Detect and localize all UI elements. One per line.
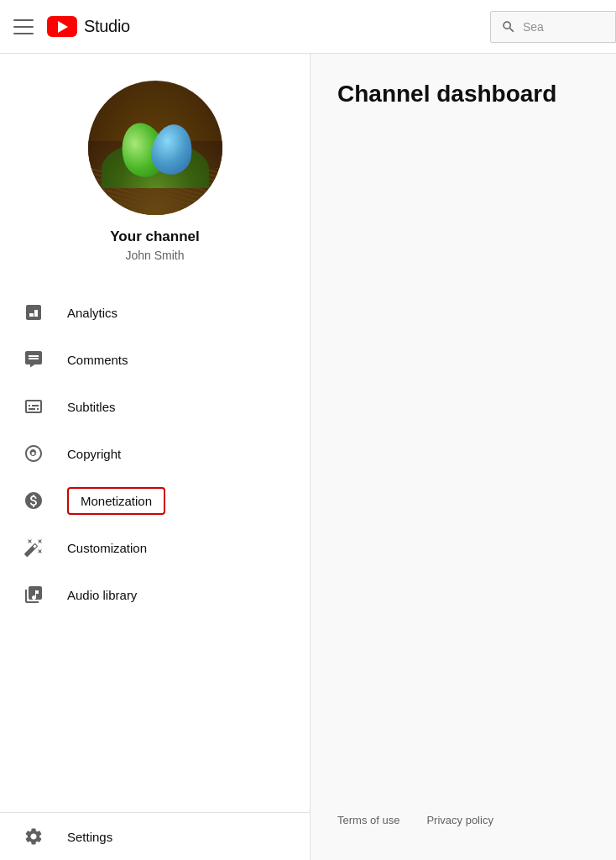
header-left: Studio (13, 16, 130, 37)
audio-library-icon (20, 581, 47, 608)
privacy-policy-link[interactable]: Privacy policy (426, 814, 493, 826)
settings-section: Settings (0, 812, 310, 860)
logo-area: Studio (47, 16, 130, 37)
audio-library-label: Audio library (67, 588, 137, 602)
sidebar-item-copyright[interactable]: Copyright (0, 430, 310, 477)
nav-items: Analytics Comments Subtitles (0, 282, 310, 812)
sidebar: Your channel John Smith Analytics (0, 54, 311, 860)
search-placeholder-text: Sea (523, 20, 544, 34)
settings-label: Settings (67, 830, 112, 844)
search-box[interactable]: Sea (490, 11, 616, 43)
sidebar-item-settings[interactable]: Settings (0, 813, 310, 860)
copyright-label: Copyright (67, 447, 121, 461)
monetization-icon (20, 487, 47, 514)
youtube-play-icon (58, 21, 68, 33)
sidebar-item-analytics[interactable]: Analytics (0, 289, 310, 336)
channel-handle-text: John Smith (125, 249, 184, 262)
header: Studio Sea (0, 0, 616, 54)
search-icon (501, 19, 516, 34)
terms-of-use-link[interactable]: Terms of use (337, 814, 399, 826)
studio-brand-text: Studio (84, 17, 130, 36)
subtitles-icon (20, 393, 47, 420)
channel-name-text: Your channel (110, 228, 199, 245)
sidebar-item-comments[interactable]: Comments (0, 336, 310, 383)
customization-icon (20, 534, 47, 561)
settings-icon (20, 823, 47, 850)
sidebar-item-subtitles[interactable]: Subtitles (0, 383, 310, 430)
copyright-icon (20, 440, 47, 467)
subtitles-label: Subtitles (67, 400, 116, 414)
sidebar-item-customization[interactable]: Customization (0, 524, 310, 571)
hamburger-menu-icon[interactable] (13, 17, 34, 37)
monetization-label: Monetization (67, 487, 165, 515)
comments-icon (20, 346, 47, 373)
main-layout: Your channel John Smith Analytics (0, 54, 616, 860)
avatar-image (88, 81, 222, 215)
analytics-icon (20, 299, 47, 326)
analytics-label: Analytics (67, 306, 117, 320)
sidebar-item-audio-library[interactable]: Audio library (0, 571, 310, 618)
sidebar-item-monetization[interactable]: Monetization (0, 477, 310, 524)
customization-label: Customization (67, 541, 147, 555)
comments-label: Comments (67, 353, 128, 367)
main-content: Channel dashboard Terms of use Privacy p… (311, 54, 616, 860)
page-title: Channel dashboard (311, 54, 616, 108)
avatar (88, 81, 222, 215)
youtube-logo-icon (47, 16, 77, 37)
channel-profile: Your channel John Smith (0, 54, 310, 282)
footer-links: Terms of use Privacy policy (337, 814, 493, 826)
